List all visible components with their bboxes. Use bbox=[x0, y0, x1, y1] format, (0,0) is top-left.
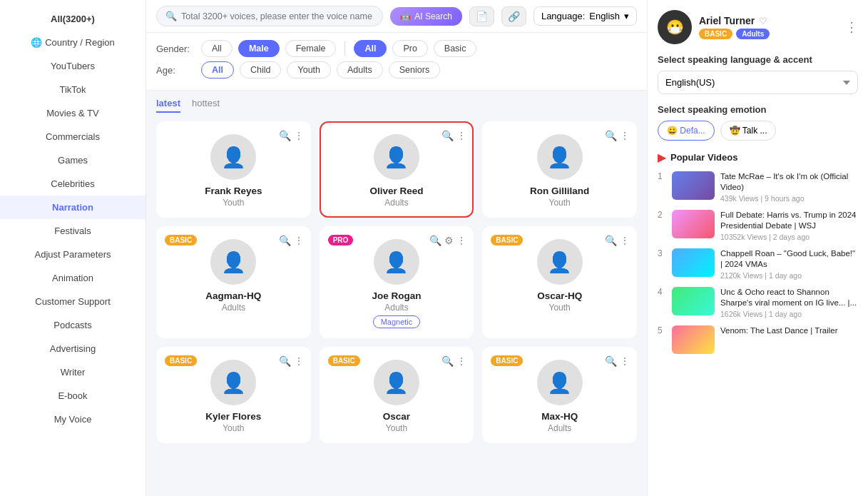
voice-name: Joe Rogan bbox=[330, 290, 464, 301]
video-item-1[interactable]: 1 Tate McRae – It's ok I'm ok (Official … bbox=[658, 171, 858, 203]
video-meta: 2120k Views | 1 day ago bbox=[720, 271, 858, 280]
age-youth-button[interactable]: Youth bbox=[287, 61, 331, 79]
sidebar-item-commercials[interactable]: Commercials bbox=[0, 125, 145, 148]
sidebar-item-advertising[interactable]: Advertising bbox=[0, 337, 145, 360]
emotion-talk-button[interactable]: 🤠 Talk ... bbox=[720, 121, 777, 141]
user-name: Ariel Turner bbox=[699, 15, 755, 26]
language-dropdown[interactable]: English(US) bbox=[658, 71, 858, 94]
sidebar-item-tiktok[interactable]: TikTok bbox=[0, 78, 145, 101]
voice-card-max-hq[interactable]: BASIC 🔍 ⋮ 👤 Max-HQ Adults bbox=[482, 347, 637, 443]
sidebar-item-youtubers[interactable]: YouTubers bbox=[0, 54, 145, 78]
sidebar-item-myvoice[interactable]: My Voice bbox=[0, 408, 145, 431]
video-item-2[interactable]: 2 Full Debate: Harris vs. Trump in 2024 … bbox=[658, 210, 858, 241]
video-num: 5 bbox=[658, 325, 666, 335]
search-card-icon[interactable]: 🔍 bbox=[441, 355, 454, 367]
avatar: 👤 bbox=[537, 360, 583, 405]
voice-age: Youth bbox=[492, 303, 627, 313]
search-card-icon[interactable]: 🔍 bbox=[605, 235, 617, 246]
voice-card-joe-rogan[interactable]: PRO 🔍 ⚙ ⋮ 👤 Joe Rogan Adults Magnetic bbox=[320, 226, 474, 338]
search-card-icon[interactable]: 🔍 bbox=[605, 130, 617, 141]
search-card-icon[interactable]: 🔍 bbox=[279, 355, 291, 367]
video-thumbnail bbox=[672, 325, 715, 354]
search-card-icon[interactable]: 🔍 bbox=[279, 130, 291, 141]
video-item-3[interactable]: 3 Chappell Roan – "Good Luck, Babe!" | 2… bbox=[658, 248, 858, 280]
search-card-icon[interactable]: 🔍 bbox=[605, 355, 617, 367]
more-card-icon[interactable]: ⋮ bbox=[620, 130, 630, 141]
sidebar-item-celebrities[interactable]: Celebrities bbox=[0, 172, 145, 196]
document-icon-button[interactable]: 📄 bbox=[469, 6, 494, 26]
video-thumbnail bbox=[672, 248, 715, 277]
video-item-4[interactable]: 4 Unc & Ocho react to Shannon Sharpe's v… bbox=[658, 287, 858, 318]
main-panel: 🔍 🤖 AI Search 📄 🔗 Language: English ▾ Ge… bbox=[146, 0, 647, 496]
tabs-row: latest hottest bbox=[156, 98, 637, 113]
voice-card-oscar-hq[interactable]: BASIC 🔍 ⋮ 👤 Oscar-HQ Youth bbox=[482, 226, 637, 338]
heart-icon[interactable]: ♡ bbox=[759, 16, 767, 26]
search-card-icon[interactable]: 🔍 bbox=[279, 235, 291, 246]
voice-card-oscar[interactable]: BASIC 🔍 ⋮ 👤 Oscar Youth bbox=[320, 347, 474, 443]
ai-icon: 🤖 bbox=[400, 11, 411, 21]
tier-basic-button[interactable]: Basic bbox=[434, 40, 477, 57]
video-title: Full Debate: Harris vs. Trump in 2024 Pr… bbox=[720, 210, 858, 231]
more-card-icon[interactable]: ⋮ bbox=[294, 130, 304, 141]
user-profile: 😷 Ariel Turner ♡ BASIC Adults ⋮ bbox=[658, 10, 858, 44]
search-bar: 🔍 🤖 AI Search 📄 🔗 Language: English ▾ bbox=[146, 0, 647, 33]
sidebar-item-narration[interactable]: Narration bbox=[0, 196, 145, 219]
sidebar-item-all[interactable]: All(3200+) bbox=[0, 7, 145, 31]
more-card-icon[interactable]: ⋮ bbox=[456, 235, 466, 246]
sidebar-item-podcasts[interactable]: Podcasts bbox=[0, 313, 145, 337]
badge-basic: BASIC bbox=[328, 355, 360, 366]
more-options-icon[interactable]: ⋮ bbox=[845, 19, 858, 35]
tier-all-button[interactable]: All bbox=[354, 40, 387, 57]
sidebar-item-adjust[interactable]: Adjust Parameters bbox=[0, 243, 145, 266]
voice-card-ron-gilliland[interactable]: 🔍 ⋮ 👤 Ron Gilliland Youth bbox=[482, 121, 637, 218]
voice-name: Kyler Flores bbox=[166, 411, 301, 422]
sidebar-item-festivals[interactable]: Festivals bbox=[0, 219, 145, 243]
age-adults-button[interactable]: Adults bbox=[337, 61, 383, 79]
sidebar-item-games[interactable]: Games bbox=[0, 148, 145, 172]
filter-divider bbox=[344, 41, 345, 56]
gender-all-button[interactable]: All bbox=[201, 40, 233, 57]
voice-card-kyler-flores[interactable]: BASIC 🔍 ⋮ 👤 Kyler Flores Youth bbox=[156, 347, 311, 443]
search-card-icon[interactable]: 🔍 bbox=[429, 235, 441, 246]
age-seniors-button[interactable]: Seniors bbox=[389, 61, 440, 79]
video-item-5[interactable]: 5 Venom: The Last Dance | Trailer bbox=[658, 325, 858, 354]
gender-female-button[interactable]: Female bbox=[285, 40, 337, 57]
link-icon-button[interactable]: 🔗 bbox=[501, 6, 526, 26]
more-card-icon[interactable]: ⋮ bbox=[620, 235, 630, 246]
sidebar-item-animation[interactable]: Animation bbox=[0, 266, 145, 290]
tab-hottest[interactable]: hottest bbox=[192, 98, 220, 113]
sidebar-item-writer[interactable]: Writer bbox=[0, 360, 145, 384]
ai-search-button[interactable]: 🤖 AI Search bbox=[390, 7, 462, 26]
language-selector[interactable]: Language: English ▾ bbox=[533, 6, 637, 26]
more-card-icon[interactable]: ⋮ bbox=[620, 355, 630, 367]
sidebar-item-movies[interactable]: Movies & TV bbox=[0, 101, 145, 125]
sidebar-item-customer-support[interactable]: Customer Support bbox=[0, 290, 145, 313]
video-title: Tate McRae – It's ok I'm ok (Official Vi… bbox=[720, 171, 858, 193]
emotion-default-button[interactable]: 😀 Defa... bbox=[658, 121, 715, 141]
sidebar-item-country[interactable]: 🌐 Country / Region bbox=[0, 31, 145, 54]
emotion-default-label: 😀 Defa... bbox=[667, 126, 705, 136]
more-card-icon[interactable]: ⋮ bbox=[294, 355, 304, 367]
more-card-icon[interactable]: ⋮ bbox=[456, 130, 466, 141]
voice-grid: 🔍 ⋮ 👤 Frank Reyes Youth 🔍 ⋮ 👤 Oliver Ree… bbox=[156, 121, 637, 443]
video-info: Chappell Roan – "Good Luck, Babe!" | 202… bbox=[720, 248, 858, 280]
language-value: English bbox=[589, 11, 620, 21]
age-child-button[interactable]: Child bbox=[240, 61, 282, 79]
age-all-button[interactable]: All bbox=[201, 61, 234, 79]
search-card-icon[interactable]: 🔍 bbox=[441, 130, 454, 141]
search-input-wrap[interactable]: 🔍 bbox=[156, 6, 383, 26]
more-card-icon[interactable]: ⋮ bbox=[456, 355, 466, 367]
settings-card-icon[interactable]: ⚙ bbox=[444, 235, 454, 246]
tier-pro-button[interactable]: Pro bbox=[392, 40, 427, 57]
video-list: 1 Tate McRae – It's ok I'm ok (Official … bbox=[658, 171, 858, 354]
voice-card-frank-reyes[interactable]: 🔍 ⋮ 👤 Frank Reyes Youth bbox=[156, 121, 311, 218]
voice-card-aagman[interactable]: BASIC 🔍 ⋮ 👤 Aagman-HQ Adults bbox=[156, 226, 311, 338]
search-input[interactable] bbox=[181, 11, 374, 21]
tab-latest[interactable]: latest bbox=[156, 98, 180, 113]
voice-card-oliver-reed[interactable]: 🔍 ⋮ 👤 Oliver Reed Adults bbox=[320, 121, 474, 218]
sidebar-item-ebook[interactable]: E-book bbox=[0, 384, 145, 408]
gender-male-button[interactable]: Male bbox=[238, 40, 280, 57]
video-title: Venom: The Last Dance | Trailer bbox=[720, 325, 858, 336]
more-card-icon[interactable]: ⋮ bbox=[294, 235, 304, 246]
badge-pro: PRO bbox=[328, 235, 354, 246]
